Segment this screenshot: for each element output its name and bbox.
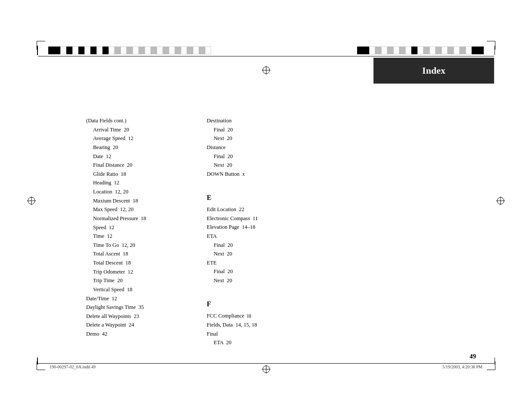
- entry-total-ascent: Total Ascent 18: [86, 249, 220, 258]
- entry-electronic-compass: Electronic Compass 11: [207, 214, 327, 223]
- entry-fields-data: Fields, Data 14, 15, 18: [207, 321, 327, 330]
- entry-max-speed: Max Speed 12, 20: [86, 205, 220, 214]
- entry-down-button: DOWN Button x: [207, 170, 327, 179]
- entry-trip-time: Trip Time 20: [86, 276, 220, 285]
- page-number: 49: [470, 353, 476, 360]
- entry-dist-final: Final 20: [207, 152, 327, 161]
- content-left: (Data Fields cont.) Arrival Time 20 Aver…: [86, 116, 220, 339]
- entry-delete-a-waypoint: Delete a Waypoint 24: [86, 321, 220, 330]
- entry-ete-next: Next 20: [207, 276, 327, 285]
- entry-eta-next: Next 20: [207, 249, 327, 258]
- entry-ete: ETE: [207, 258, 327, 268]
- hline-top: [38, 56, 494, 56]
- entry-distance: Distance: [207, 143, 327, 152]
- entry-dest-final: Final 20: [207, 125, 327, 134]
- entry-speed: Speed 12: [86, 223, 220, 232]
- entry-date: Date 12: [86, 152, 220, 161]
- page-container: Index (Data Fields cont.) Arrival Time 2…: [0, 0, 532, 411]
- content-right: Destination Final 20 Next 20 Distance Fi…: [207, 116, 327, 347]
- entry-glide-ratio: Glide Ratio 18: [86, 170, 220, 179]
- entry-dest-next: Next 20: [207, 134, 327, 143]
- entry-vertical-speed: Vertical Speed 18: [86, 285, 220, 294]
- section-e-header: E: [207, 192, 327, 203]
- corner-top-left: [37, 41, 45, 50]
- entry-fcc-compliance: FCC Compliance iii: [207, 311, 327, 321]
- entry-location: Location 12, 20: [86, 187, 220, 196]
- index-header: Index: [373, 58, 494, 84]
- entry-final-distance: Final Distance 20: [86, 161, 220, 170]
- entry-time: Time 12: [86, 232, 220, 241]
- entry-delete-all-waypoints: Delete all Waypoints 23: [86, 312, 220, 321]
- index-title: Index: [422, 65, 445, 76]
- entry-eta-final: Final 20: [207, 241, 327, 250]
- reg-mark-right: [496, 196, 505, 206]
- entry-normalized-pressure: Normalized Pressure 18: [86, 214, 220, 223]
- corner-top-right: [487, 41, 495, 50]
- hline-bottom: [38, 363, 494, 364]
- entry-ete-final: Final 20: [207, 267, 327, 276]
- entry-dist-next: Next 20: [207, 161, 327, 170]
- entry-elevation-page: Elevation Page 14–18: [207, 223, 327, 232]
- entry-demo: Demo 42: [86, 330, 220, 339]
- entry-average-speed: Average Speed 12: [86, 134, 220, 143]
- entry-maxium-descent: Maxium Descent 18: [86, 196, 220, 206]
- reg-mark-left: [27, 196, 36, 206]
- entry-final: Final: [207, 330, 327, 339]
- entry-eta: ETA: [207, 232, 327, 241]
- entry-daylight-savings: Daylight Savings Time 35: [86, 303, 220, 312]
- checker-bar-top-left: [48, 47, 211, 54]
- entry-edit-location: Edit Location 22: [207, 205, 327, 214]
- bottom-info-right: 5/19/2003, 4:20:38 PM: [442, 364, 482, 369]
- entry-destination: Destination: [207, 116, 327, 125]
- corner-bottom-left: [37, 361, 45, 370]
- entry-final-eta: ETA 20: [207, 338, 327, 347]
- entry-trip-odometer: Trip Odometer 12: [86, 268, 220, 277]
- section-f-header: F: [207, 299, 327, 310]
- entry-arrival-time: Arrival Time 20: [86, 125, 220, 134]
- bottom-info-left: 190-00297-02_0A.indd 49: [50, 364, 96, 369]
- checker-bar-top-right: [357, 47, 484, 54]
- entry-time-to-go: Time To Go 12, 20: [86, 241, 220, 250]
- corner-bottom-right: [487, 361, 495, 370]
- left-heading: (Data Fields cont.): [86, 116, 220, 125]
- entry-heading: Heading 12: [86, 178, 220, 187]
- entry-total-descent: Total Descent 18: [86, 258, 220, 268]
- reg-mark-center-top: [261, 65, 271, 77]
- entry-bearing: Bearing 20: [86, 143, 220, 152]
- entry-date-time: Date/Time 12: [86, 294, 220, 303]
- reg-mark-center-bottom: [261, 364, 271, 376]
